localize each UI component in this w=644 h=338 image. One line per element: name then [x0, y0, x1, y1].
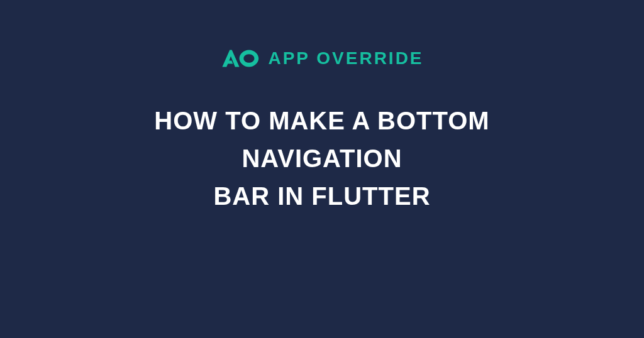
headline: HOW TO MAKE A BOTTOM NAVIGATION BAR IN F… — [154, 102, 489, 215]
headline-line-2: NAVIGATION — [154, 139, 489, 177]
ao-logo-icon — [220, 48, 263, 69]
headline-line-1: HOW TO MAKE A BOTTOM — [154, 102, 489, 139]
brand-logo: APP OVERRIDE — [220, 48, 423, 69]
brand-name: APP OVERRIDE — [268, 48, 423, 68]
headline-line-3: BAR IN FLUTTER — [154, 177, 489, 215]
